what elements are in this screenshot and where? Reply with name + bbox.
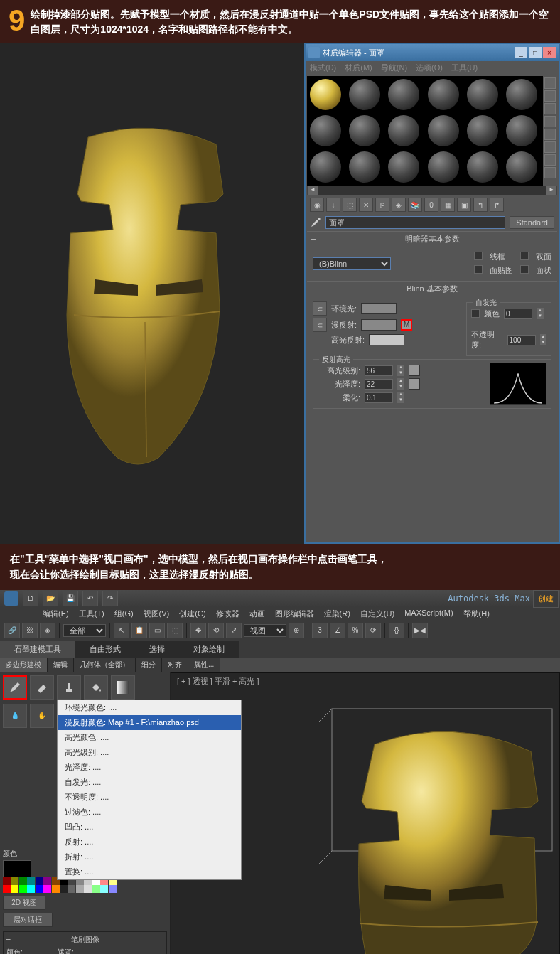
bind-icon[interactable]: ◈ xyxy=(40,623,55,638)
material-editor-titlebar[interactable]: 材质编辑器 - 面罩 _ □ × xyxy=(306,44,559,61)
show-map-icon[interactable]: ▦ xyxy=(441,198,455,212)
new-icon[interactable]: 🗋 xyxy=(23,591,38,606)
pivot-icon[interactable]: ⊕ xyxy=(289,623,304,638)
assign-icon[interactable]: ⬚ xyxy=(343,198,357,212)
gloss-map-button[interactable] xyxy=(409,378,420,390)
put-to-lib-icon[interactable]: 📚 xyxy=(408,198,422,212)
menu-modifiers[interactable]: 修改器 xyxy=(216,609,239,619)
menu-customize[interactable]: 自定义(U) xyxy=(360,609,394,619)
menu-item-filter[interactable]: 过滤色: .... xyxy=(58,805,241,820)
selfillum-checkbox[interactable] xyxy=(471,309,480,318)
faceted-checkbox[interactable] xyxy=(520,265,529,274)
spinner-buttons[interactable]: ▲▼ xyxy=(537,308,544,319)
sample-slot[interactable] xyxy=(426,113,461,149)
select-name-icon[interactable]: 📋 xyxy=(131,623,147,638)
menu-item-refract[interactable]: 折射: .... xyxy=(58,850,241,864)
gloss-spinner[interactable] xyxy=(365,379,393,390)
menu-tools[interactable]: 工具(U) xyxy=(451,63,478,73)
viewport-3d[interactable] xyxy=(0,43,304,544)
sample-slot[interactable] xyxy=(465,77,500,112)
menu-edit[interactable]: 编辑(E) xyxy=(43,609,69,619)
create-selection-button[interactable]: 创建 xyxy=(533,590,559,608)
window-crossing-icon[interactable]: ⬚ xyxy=(167,623,183,638)
open-icon[interactable]: 📂 xyxy=(43,591,58,606)
select-region-icon[interactable]: ▭ xyxy=(149,623,165,638)
redo-icon[interactable]: ↷ xyxy=(102,591,118,606)
2d-view-button[interactable]: 2D 视图 xyxy=(3,896,45,910)
maximize-button[interactable]: □ xyxy=(529,47,542,58)
brush-tool-button[interactable] xyxy=(3,675,27,700)
spinner-buttons[interactable]: ▲▼ xyxy=(397,378,404,390)
rollout-header[interactable]: –明暗器基本参数 xyxy=(307,232,557,247)
spinner-buttons[interactable]: ▲▼ xyxy=(397,392,404,403)
menu-item-ambient[interactable]: 环境光颜色: .... xyxy=(58,700,241,715)
hand-tool-button[interactable]: ✋ xyxy=(30,704,54,728)
subtab-subdiv[interactable]: 细分 xyxy=(136,658,162,672)
menu-group[interactable]: 组(G) xyxy=(114,609,134,619)
menu-item-opacity[interactable]: 不透明度: .... xyxy=(58,790,241,805)
close-button[interactable]: × xyxy=(543,47,556,58)
sample-slot[interactable] xyxy=(308,149,343,185)
tab-objectpaint[interactable]: 对象绘制 xyxy=(179,641,239,658)
undo-icon[interactable]: ↶ xyxy=(82,591,98,606)
scale-icon[interactable]: ⤢ xyxy=(226,623,242,638)
menu-item-diffuse[interactable]: 漫反射颜色: Map #1 - F:\mianzhao.psd xyxy=(58,715,241,730)
sample-scrollbar[interactable]: ◄ ► xyxy=(307,186,557,195)
link-icon[interactable]: 🔗 xyxy=(4,623,20,638)
scroll-right-icon[interactable]: ► xyxy=(546,186,556,195)
sample-slot[interactable] xyxy=(426,149,461,185)
lock-diffuse-icon[interactable]: ⊂ xyxy=(313,318,327,332)
scroll-track[interactable] xyxy=(318,186,546,195)
eraser-tool-button[interactable] xyxy=(30,675,54,700)
sample-slot[interactable] xyxy=(504,113,539,149)
video-check-icon[interactable] xyxy=(544,129,556,140)
menu-grapheditors[interactable]: 图形编辑器 xyxy=(275,609,314,619)
selfillum-spinner[interactable] xyxy=(504,309,532,319)
ambient-swatch[interactable] xyxy=(361,303,397,314)
specular-swatch[interactable] xyxy=(369,334,404,345)
sample-slot[interactable] xyxy=(504,77,539,112)
tab-selection[interactable]: 选择 xyxy=(135,641,179,658)
soften-spinner[interactable] xyxy=(365,392,393,403)
percent-snap-icon[interactable]: % xyxy=(348,623,363,638)
save-icon[interactable]: 💾 xyxy=(63,591,78,606)
menu-item-bump[interactable]: 凹凸: .... xyxy=(58,820,241,835)
rotate-icon[interactable]: ⟲ xyxy=(208,623,224,638)
menu-material[interactable]: 材质(M) xyxy=(345,63,372,73)
sample-slot[interactable] xyxy=(465,149,500,185)
make-unique-icon[interactable]: ◈ xyxy=(392,198,406,212)
snap-icon[interactable]: 3 xyxy=(312,623,328,638)
sample-slot-1[interactable] xyxy=(308,77,343,112)
fill-tool-button[interactable] xyxy=(84,675,108,700)
sample-type-icon[interactable] xyxy=(544,77,556,89)
diffuse-map-button[interactable]: M xyxy=(401,319,412,331)
sample-slot[interactable] xyxy=(465,113,500,149)
menu-item-specular[interactable]: 高光颜色: .... xyxy=(58,730,241,745)
tab-graphite[interactable]: 石墨建模工具 xyxy=(0,641,75,658)
sample-slot[interactable] xyxy=(386,113,421,149)
select-by-mat-icon[interactable] xyxy=(544,167,556,178)
unlink-icon[interactable]: ⛓ xyxy=(22,623,38,638)
shader-select[interactable]: (B)Blinn xyxy=(313,257,391,270)
tab-freeform[interactable]: 自由形式 xyxy=(75,641,135,658)
wireframe-checkbox[interactable] xyxy=(474,252,483,260)
menu-mode[interactable]: 模式(D) xyxy=(310,63,336,73)
eyedropper-icon[interactable] xyxy=(310,217,321,228)
facemap-checkbox[interactable] xyxy=(474,265,483,274)
menu-animation[interactable]: 动画 xyxy=(249,609,265,619)
sample-slot[interactable] xyxy=(504,149,539,185)
menu-navigate[interactable]: 导航(N) xyxy=(381,63,407,73)
selection-set-select[interactable]: 全部 xyxy=(63,624,106,637)
menu-rendering[interactable]: 渲染(R) xyxy=(324,609,350,619)
get-material-icon[interactable]: ◉ xyxy=(310,198,324,212)
sample-slot[interactable] xyxy=(347,113,382,149)
current-color-swatch[interactable] xyxy=(3,860,31,877)
sample-slot[interactable] xyxy=(308,113,343,149)
sample-slot[interactable] xyxy=(347,149,382,185)
lock-ambient-icon[interactable]: ⊂ xyxy=(313,301,327,316)
gradient-tool-button[interactable] xyxy=(111,675,135,700)
subtab-align[interactable]: 对齐 xyxy=(162,658,188,672)
named-sets-icon[interactable]: {} xyxy=(389,623,404,638)
menu-options[interactable]: 选项(O) xyxy=(416,63,443,73)
material-type-button[interactable]: Standard xyxy=(510,216,554,229)
